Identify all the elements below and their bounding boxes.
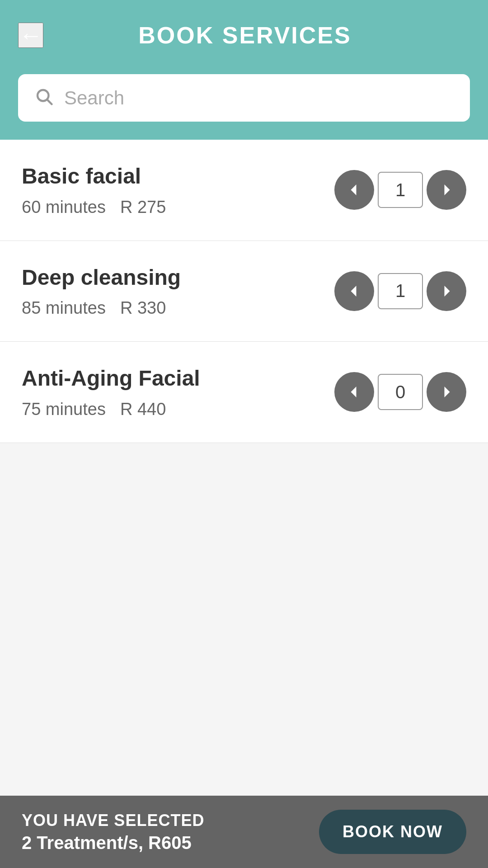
service-item-deep-cleansing: Deep cleansing 85 minutes R 330 1 — [0, 241, 488, 342]
service-details: 75 minutes R 440 — [22, 400, 334, 419]
svg-marker-6 — [351, 387, 357, 397]
qty-display-deep-cleansing: 1 — [378, 273, 423, 309]
service-details: 85 minutes R 330 — [22, 298, 334, 318]
service-price: R 330 — [120, 298, 166, 318]
page-title: BOOK SERVICES — [52, 22, 437, 49]
service-info: Deep cleansing 85 minutes R 330 — [22, 264, 334, 318]
qty-control-anti-aging-facial: 0 — [334, 372, 466, 412]
decrement-deep-cleansing[interactable] — [334, 271, 374, 311]
qty-display-anti-aging-facial: 0 — [378, 374, 423, 410]
svg-marker-7 — [445, 387, 450, 397]
svg-marker-3 — [445, 184, 450, 195]
book-now-button[interactable]: BOOK NOW — [319, 810, 466, 854]
service-duration: 75 minutes — [22, 400, 106, 419]
service-name: Basic facial — [22, 163, 334, 189]
service-info: Anti-Aging Facial 75 minutes R 440 — [22, 365, 334, 419]
service-price: R 440 — [120, 400, 166, 419]
back-button[interactable]: ← — [18, 23, 43, 48]
increment-deep-cleansing[interactable] — [427, 271, 466, 311]
service-name: Deep cleansing — [22, 264, 334, 291]
selection-title: YOU HAVE SELECTED — [22, 811, 319, 830]
service-item-basic-facial: Basic facial 60 minutes R 275 1 — [0, 140, 488, 241]
search-box — [18, 74, 470, 122]
search-container — [0, 74, 488, 140]
service-duration: 60 minutes — [22, 198, 106, 217]
bottom-bar: YOU HAVE SELECTED 2 Treatment/s, R605 BO… — [0, 796, 488, 868]
qty-control-deep-cleansing: 1 — [334, 271, 466, 311]
selection-detail: 2 Treatment/s, R605 — [22, 833, 319, 853]
increment-basic-facial[interactable] — [427, 170, 466, 210]
service-name: Anti-Aging Facial — [22, 365, 334, 392]
service-item-anti-aging-facial: Anti-Aging Facial 75 minutes R 440 0 — [0, 342, 488, 443]
search-icon — [34, 87, 53, 109]
selection-info: YOU HAVE SELECTED 2 Treatment/s, R605 — [22, 811, 319, 853]
decrement-anti-aging-facial[interactable] — [334, 372, 374, 412]
header: ← BOOK SERVICES — [0, 0, 488, 74]
service-details: 60 minutes R 275 — [22, 198, 334, 217]
qty-control-basic-facial: 1 — [334, 170, 466, 210]
svg-line-1 — [47, 100, 52, 104]
service-duration: 85 minutes — [22, 298, 106, 318]
svg-marker-5 — [445, 286, 450, 297]
service-info: Basic facial 60 minutes R 275 — [22, 163, 334, 217]
decrement-basic-facial[interactable] — [334, 170, 374, 210]
qty-display-basic-facial: 1 — [378, 172, 423, 208]
increment-anti-aging-facial[interactable] — [427, 372, 466, 412]
services-list: Basic facial 60 minutes R 275 1 Deep cle… — [0, 140, 488, 443]
svg-marker-2 — [351, 184, 357, 195]
service-price: R 275 — [120, 198, 166, 217]
svg-marker-4 — [351, 286, 357, 297]
search-input[interactable] — [64, 87, 454, 109]
